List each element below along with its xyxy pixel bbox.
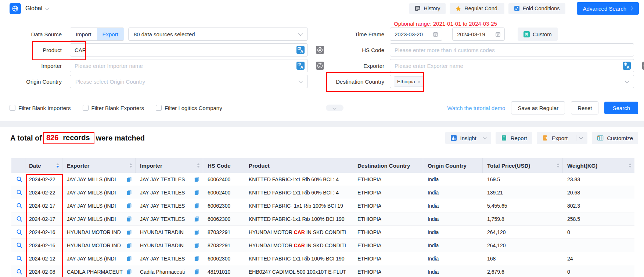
filter-blank-exporters-label: Filter Blank Exporters — [91, 105, 144, 111]
header-total-price[interactable]: Total Price(USD) — [483, 158, 563, 173]
destination-country-select[interactable]: Ethiopia × — [390, 75, 634, 88]
regular-conditions-button[interactable]: Regular Cond. — [450, 3, 504, 14]
copy-icon[interactable] — [126, 216, 132, 222]
filter-logitics-company-checkbox[interactable] — [156, 105, 162, 111]
chevron-down-icon[interactable] — [579, 136, 583, 139]
optional-range-hint: Optional range: 2021-01-01 to 2024-03-25 — [394, 21, 497, 27]
table-row[interactable]: 2024-02-12 JAY JAY MILLS (INDI JAY JAY T… — [11, 252, 634, 265]
copy-icon[interactable] — [194, 216, 199, 222]
fuzzy-match-icon[interactable] — [316, 46, 324, 54]
date-to-input[interactable]: 2024-03-19 — [452, 28, 505, 41]
chevron-down-icon[interactable] — [45, 6, 50, 10]
export-button[interactable]: Export — [537, 132, 587, 144]
fuzzy-match-icon[interactable] — [316, 62, 324, 70]
svg-text:A: A — [301, 65, 303, 69]
table-body: 2024-02-22 JAY JAY MILLS (INDI JAY JAY T… — [11, 173, 634, 277]
fold-conditions-label: Fold Conditions — [523, 6, 560, 11]
table-row[interactable]: 2024-02-17 JAY JAY MILLS (INDI JAY JAY T… — [11, 212, 634, 226]
customize-button[interactable]: Customize — [592, 132, 638, 144]
tab-import[interactable]: Import — [70, 28, 97, 40]
magnifier-icon[interactable] — [16, 229, 22, 235]
copy-icon[interactable] — [126, 256, 132, 262]
table-row[interactable]: 2024-02-17 JAY JAY MILLS (INDI JAY JAY T… — [11, 199, 634, 212]
cell-hs-code: 60062300 — [203, 252, 244, 265]
copy-icon[interactable] — [126, 229, 132, 235]
copy-icon[interactable] — [194, 243, 199, 248]
copy-icon[interactable] — [194, 203, 199, 209]
copy-icon[interactable] — [194, 256, 199, 262]
save-as-regular-button[interactable]: Save as Regular — [511, 101, 565, 114]
insight-button[interactable]: Insight — [445, 132, 491, 144]
reset-button[interactable]: Reset — [571, 101, 598, 114]
magnifier-icon[interactable] — [16, 176, 22, 182]
date-from-input[interactable]: 2023-03-20 — [390, 28, 442, 41]
collapse-conditions-button[interactable] — [326, 105, 343, 111]
hs-code-input[interactable] — [390, 43, 634, 57]
advanced-search-button[interactable]: Advanced Search — [577, 2, 639, 15]
magnifier-icon[interactable] — [16, 189, 22, 196]
magnifier-icon[interactable] — [16, 255, 22, 262]
tutorial-demo-link[interactable]: Watch the tutorial demo — [447, 105, 506, 111]
cell-exporter: HYUNDAI MOTOR IND — [62, 226, 136, 238]
magnifier-icon[interactable] — [16, 269, 22, 275]
sort-icons-exporter[interactable] — [127, 163, 132, 168]
destination-country-controls: Ethiopia × — [390, 75, 634, 88]
export-label: Export — [552, 135, 568, 141]
header-hs-code: HS Code — [203, 158, 244, 173]
product-input[interactable] — [70, 43, 308, 57]
cell-weight: 258.5 — [563, 212, 634, 225]
header-importer[interactable]: Importer — [136, 158, 203, 173]
destination-country-label: Destination Country — [322, 79, 384, 85]
copy-icon[interactable] — [194, 229, 199, 235]
sort-icons-importer[interactable] — [195, 163, 200, 168]
time-frame-label: Time Frame — [322, 31, 384, 37]
sort-icons-date[interactable] — [54, 163, 59, 168]
search-button[interactable]: Search — [604, 102, 638, 114]
header-destination-country: Destination Country — [353, 158, 423, 173]
region-selector-label[interactable]: Global — [25, 5, 42, 12]
table-row[interactable]: 2024-02-22 JAY JAY MILLS (INDI JAY JAY T… — [11, 186, 634, 199]
copy-icon[interactable] — [126, 243, 132, 248]
copy-icon[interactable] — [194, 176, 199, 182]
globe-logo-icon[interactable] — [10, 3, 21, 14]
header-weight[interactable]: Weight(KG) — [563, 158, 634, 173]
filter-blank-importers-checkbox[interactable] — [10, 105, 15, 111]
translate-icon[interactable]: A — [296, 62, 305, 70]
country-tag-ethiopia[interactable]: Ethiopia × — [394, 76, 424, 87]
translate-icon[interactable]: A — [623, 62, 631, 70]
importer-input[interactable] — [70, 59, 308, 72]
magnifier-icon[interactable] — [16, 242, 22, 248]
copy-icon[interactable] — [126, 190, 132, 196]
annotation-box-records: 826 records — [43, 132, 94, 144]
table-row[interactable]: 2024-02-16 HYUNDAI MOTOR IND HYUNDAI TRA… — [11, 239, 634, 252]
header-date[interactable]: Date — [25, 158, 62, 173]
sort-icons-weight[interactable] — [626, 163, 632, 168]
copy-icon[interactable] — [194, 269, 199, 275]
copy-icon[interactable] — [126, 176, 132, 182]
table-row[interactable]: 2024-02-08 CADILA PHARMACEUT Cadila Phar… — [11, 265, 634, 277]
origin-country-select[interactable]: Please select Origin Country — [70, 75, 308, 88]
report-button[interactable]: Report — [496, 132, 532, 144]
copy-icon[interactable] — [126, 269, 132, 275]
tab-export[interactable]: Export — [97, 28, 124, 40]
history-button[interactable]: History — [409, 3, 446, 14]
top-bar: Global History Regular Cond. Fold Condit… — [0, 0, 644, 17]
sort-icons-total-price[interactable] — [554, 163, 560, 168]
table-row[interactable]: 2024-02-16 HYUNDAI MOTOR IND HYUNDAI TRA… — [11, 226, 634, 239]
header-exporter[interactable]: Exporter — [62, 158, 136, 173]
cell-exporter: JAY JAY MILLS (INDI — [62, 199, 136, 212]
fuzzy-match-icon[interactable] — [642, 62, 644, 70]
magnifier-icon[interactable] — [16, 216, 22, 222]
copy-icon[interactable] — [126, 203, 132, 209]
exporter-input[interactable] — [390, 59, 634, 72]
filter-blank-exporters-checkbox[interactable] — [83, 105, 89, 111]
fold-conditions-button[interactable]: Fold Conditions — [508, 3, 565, 14]
remove-tag-icon[interactable]: × — [418, 79, 421, 84]
table-row[interactable]: 2024-02-22 JAY JAY MILLS (INDI JAY JAY T… — [11, 173, 634, 186]
custom-range-button[interactable]: ⌘ Custom — [518, 28, 558, 41]
data-sources-select[interactable]: 80 data sources selected — [128, 28, 308, 41]
copy-icon[interactable] — [194, 190, 199, 196]
translate-icon[interactable]: A — [296, 46, 305, 54]
magnifier-icon[interactable] — [16, 203, 22, 209]
cell-origin-country: India — [423, 173, 483, 186]
